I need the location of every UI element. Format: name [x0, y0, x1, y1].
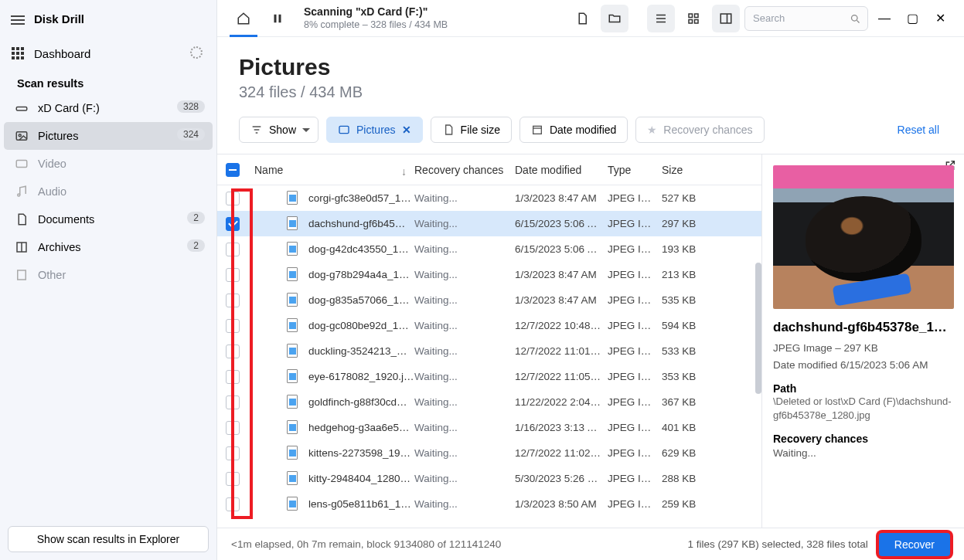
cell-size: 401 KB [662, 422, 724, 433]
sidebar-item-video[interactable]: Video [4, 150, 213, 178]
row-checkbox[interactable] [226, 319, 240, 333]
col-type[interactable]: Type [608, 164, 662, 176]
sidebar-item-audio[interactable]: Audio [4, 178, 213, 205]
table-row[interactable]: kitty-2948404_1280…Waiting...5/30/2023 5… [217, 466, 761, 491]
col-recovery[interactable]: Recovery chances [414, 164, 515, 176]
cell-size: 353 KB [662, 371, 724, 382]
row-checkbox[interactable] [226, 421, 240, 435]
row-checkbox[interactable] [226, 497, 240, 511]
col-size[interactable]: Size [662, 164, 724, 176]
table-row[interactable]: dog-g835a57066_1…Waiting...1/3/2023 8:47… [217, 287, 761, 313]
sidebar: Disk Drill Dashboard Scan results xD Car… [0, 0, 217, 560]
close-button[interactable]: ✕ [928, 7, 952, 30]
file-name: kitty-2948404_1280… [248, 471, 414, 487]
sidebar-dashboard[interactable]: Dashboard [0, 37, 216, 70]
sidebar-item-pictures[interactable]: Pictures 324 [4, 122, 213, 150]
cell-date: 12/7/2022 11:05… [515, 371, 608, 382]
cell-type: JPEG Im… [608, 498, 662, 510]
table-row[interactable]: goldfinch-g88f30cd…Waiting...11/22/2022 … [217, 389, 761, 415]
cell-size: 594 KB [662, 320, 724, 331]
cell-recovery: Waiting... [414, 498, 515, 510]
row-checkbox[interactable] [226, 294, 240, 307]
table-row[interactable]: dog-gc080be92d_1…Waiting...12/7/2022 10:… [217, 313, 761, 338]
scan-status: Scanning "xD Card (F:)" 8% complete – 32… [304, 5, 448, 31]
row-checkbox[interactable] [226, 243, 240, 256]
search-input[interactable]: Search [744, 6, 868, 31]
table-row[interactable]: dog-g78b294a4a_1…Waiting...1/3/2023 8:47… [217, 262, 761, 287]
filter-recovery[interactable]: ★ Recovery chances [635, 117, 764, 143]
file-name: hedgehog-g3aa6e5… [248, 420, 414, 436]
row-checkbox[interactable] [226, 192, 240, 205]
page-subtitle: 324 files / 434 MB [239, 83, 942, 101]
image-file-icon [287, 191, 301, 206]
pause-icon[interactable] [264, 5, 291, 32]
folder-icon[interactable] [601, 5, 628, 32]
sidebar-item-label: Documents [38, 213, 94, 226]
image-file-icon [287, 216, 301, 232]
col-date[interactable]: Date modified [515, 164, 608, 176]
row-checkbox[interactable] [226, 395, 240, 409]
minimize-button[interactable]: — [873, 7, 896, 30]
cell-recovery: Waiting... [414, 243, 515, 255]
sidebar-item-documents[interactable]: Documents 2 [4, 205, 213, 233]
sidebar-item-label: Archives [38, 241, 81, 253]
scan-title: Scanning "xD Card (F:)" [304, 5, 448, 19]
list-view-icon[interactable] [647, 5, 675, 32]
row-checkbox[interactable] [226, 472, 240, 486]
row-checkbox[interactable] [226, 446, 240, 460]
cell-size: 288 KB [662, 473, 724, 484]
table-row[interactable]: dachshund-gf6b45…Waiting...6/15/2023 5:0… [217, 211, 761, 236]
preview-image [773, 165, 954, 309]
table-row[interactable]: eye-6178082_1920.j…Waiting...12/7/2022 1… [217, 364, 761, 389]
select-all-checkbox[interactable] [226, 163, 240, 177]
file-icon[interactable] [568, 5, 596, 32]
sidebar-item-drive[interactable]: xD Card (F:) 328 [4, 94, 213, 122]
archive-icon [15, 240, 29, 254]
sidebar-item-archives[interactable]: Archives 2 [4, 233, 213, 261]
image-file-icon [287, 497, 301, 512]
col-name[interactable]: Name↓ [248, 164, 414, 176]
show-dropdown[interactable]: Show [239, 117, 318, 143]
table-row[interactable]: hedgehog-g3aa6e5…Waiting...1/16/2023 3:1… [217, 415, 761, 440]
reset-filters[interactable]: Reset all [898, 124, 939, 136]
menu-icon[interactable] [11, 13, 25, 24]
table-row[interactable]: corgi-gfc38e0d57_1…Waiting...1/3/2023 8:… [217, 185, 761, 211]
svg-rect-9 [689, 14, 693, 18]
explorer-button[interactable]: Show scan results in Explorer [8, 526, 209, 552]
maximize-button[interactable]: ▢ [901, 7, 924, 30]
preview-title: dachshund-gf6b45378e_12… [773, 320, 953, 335]
preview-panel: dachshund-gf6b45378e_12… JPEG Image – 29… [761, 154, 964, 528]
svg-rect-7 [274, 14, 277, 22]
audio-icon [15, 185, 29, 199]
table-row[interactable]: dog-g42dc43550_1…Waiting...6/15/2023 5:0… [217, 236, 761, 262]
cell-type: JPEG Im… [608, 447, 662, 459]
filter-filesize[interactable]: File size [431, 117, 512, 143]
row-checkbox[interactable] [226, 344, 240, 358]
table-row[interactable]: duckling-3524213_…Waiting...12/7/2022 11… [217, 338, 761, 364]
filter-date[interactable]: Date modified [519, 117, 628, 143]
table-row[interactable]: kittens-2273598_19…Waiting...12/7/2022 1… [217, 440, 761, 466]
table-body: corgi-gfc38e0d57_1…Waiting...1/3/2023 8:… [217, 185, 761, 528]
panel-icon[interactable] [712, 5, 740, 32]
filter-bar: Show Pictures ✕ File size Date modified … [217, 109, 964, 154]
image-file-icon [287, 318, 301, 334]
scrollbar[interactable] [755, 263, 761, 394]
svg-rect-1 [16, 132, 27, 141]
status-bar: <1m elapsed, 0h 7m remain, block 9134080… [217, 528, 964, 560]
grid-view-icon[interactable] [680, 5, 707, 32]
sidebar-item-other[interactable]: Other [4, 261, 213, 289]
row-checkbox[interactable] [226, 370, 240, 384]
cell-size: 367 KB [662, 396, 724, 408]
remove-filter-icon[interactable]: ✕ [402, 124, 411, 136]
filter-pictures[interactable]: Pictures ✕ [326, 117, 423, 143]
dashboard-icon [11, 46, 25, 60]
row-checkbox[interactable] [226, 217, 240, 231]
home-icon[interactable] [230, 5, 257, 32]
sort-icon: ↓ [401, 165, 407, 178]
row-checkbox[interactable] [226, 268, 240, 282]
file-table: Name↓ Recovery chances Date modified Typ… [217, 154, 761, 528]
recover-button[interactable]: Recover [879, 533, 950, 556]
calendar-icon [531, 124, 543, 136]
table-row[interactable]: lens-g05e811b61_1…Waiting...1/3/2023 8:5… [217, 491, 761, 517]
chip-label: Date modified [550, 124, 616, 136]
